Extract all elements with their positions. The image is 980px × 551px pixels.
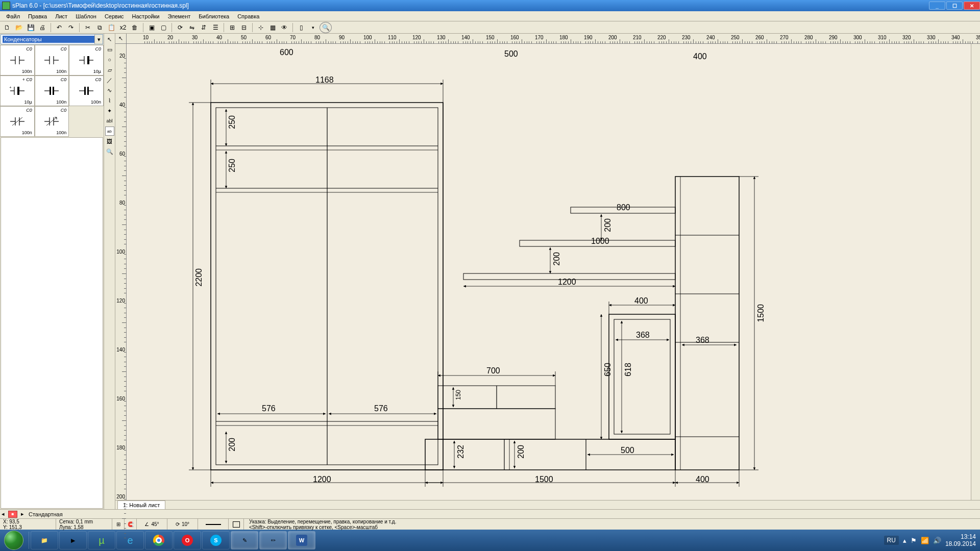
tray-language[interactable]: RU bbox=[884, 536, 899, 545]
menu-settings[interactable]: Настройки bbox=[128, 12, 164, 20]
image-tool[interactable]: 🖼 bbox=[105, 137, 114, 146]
magnet-button[interactable]: 🧲 bbox=[125, 519, 137, 530]
ruler-corner[interactable]: ↖ bbox=[115, 34, 127, 44]
duplicate-button[interactable]: x2 bbox=[118, 22, 128, 33]
taskbar-chrome[interactable] bbox=[145, 531, 173, 549]
menu-help[interactable]: Справка bbox=[233, 12, 263, 20]
sheet-tab[interactable]: 1: Новый лист bbox=[117, 500, 165, 510]
maximize-button[interactable]: ☐ bbox=[946, 2, 963, 10]
tray-volume-icon[interactable]: 🔊 bbox=[933, 537, 941, 544]
menu-file[interactable]: Файл bbox=[2, 12, 24, 20]
search-button[interactable]: 👁 bbox=[279, 22, 289, 33]
window-title: sPlan 6.0 - [c:\users\Тимофей\desktop\го… bbox=[12, 2, 189, 9]
component-list[interactable] bbox=[1, 137, 103, 509]
mirror-v-button[interactable]: ⇵ bbox=[199, 22, 209, 33]
polyline-tool[interactable]: ⌇ bbox=[105, 96, 114, 105]
menu-service[interactable]: Сервис bbox=[101, 12, 128, 20]
paste-button[interactable]: 📋 bbox=[106, 22, 116, 33]
bezier-tool[interactable]: ∿ bbox=[105, 86, 114, 95]
next-page-button[interactable]: ▸ bbox=[19, 511, 26, 517]
component-cell[interactable]: C010µ bbox=[69, 45, 104, 76]
taskbar-wmp[interactable]: ▶ bbox=[59, 531, 87, 549]
rotate-button[interactable]: ⟳ bbox=[175, 22, 185, 33]
component-cell[interactable]: C0100n bbox=[0, 45, 35, 76]
tray-network-icon[interactable]: 📶 bbox=[921, 537, 929, 544]
taskbar-skype[interactable]: S bbox=[202, 531, 230, 549]
print-button[interactable]: 🖨 bbox=[37, 22, 47, 33]
menu-library[interactable]: Библиотека bbox=[194, 12, 233, 20]
rect-tool[interactable]: ▭ bbox=[105, 45, 114, 54]
svg-rect-23 bbox=[87, 87, 89, 95]
page-bar: ◂ ■ ▸ Стандартная bbox=[0, 509, 980, 518]
fill-picker[interactable] bbox=[229, 519, 244, 530]
align-button[interactable]: ☰ bbox=[210, 22, 220, 33]
canvas-area: ↖ 10203040506070809010011012013014015016… bbox=[115, 34, 980, 509]
scrollbar-vertical[interactable] bbox=[971, 44, 980, 500]
component-cell[interactable]: C0100n bbox=[35, 106, 69, 137]
component-cell[interactable]: C0100n bbox=[0, 106, 35, 137]
taskbar-opera[interactable]: O bbox=[174, 531, 201, 549]
component-cell[interactable]: C0100n bbox=[35, 45, 69, 76]
textbox-tool[interactable]: ab bbox=[105, 127, 114, 136]
dim-label: 618 bbox=[624, 363, 633, 377]
prev-page-button[interactable]: ◂ bbox=[0, 511, 6, 517]
minimize-button[interactable]: _ bbox=[929, 2, 945, 10]
taskbar-explorer[interactable]: 📁 bbox=[31, 531, 58, 549]
menu-sheet[interactable]: Лист bbox=[51, 12, 71, 20]
circle-tool[interactable]: ○ bbox=[105, 55, 114, 64]
snap-grid-button[interactable]: ⊞ bbox=[112, 519, 125, 530]
linestyle-picker[interactable] bbox=[198, 519, 229, 530]
tray-flag-icon[interactable]: ⚑ bbox=[911, 537, 917, 544]
save-button[interactable]: 💾 bbox=[26, 22, 36, 33]
tray-clock[interactable]: 13:14 18.09.2014 bbox=[945, 533, 976, 547]
component-cell[interactable]: C0100n bbox=[35, 76, 69, 106]
grid-button[interactable]: ▦ bbox=[267, 22, 278, 33]
zoom-tool[interactable]: 🔍 bbox=[105, 147, 114, 156]
taskbar-splan[interactable]: ✎ bbox=[231, 531, 258, 549]
ungroup-button[interactable]: ⊟ bbox=[239, 22, 249, 33]
menu-template[interactable]: Шаблон bbox=[71, 12, 101, 20]
group-button[interactable]: ⊞ bbox=[227, 22, 237, 33]
start-button[interactable] bbox=[0, 530, 28, 551]
dim-label: 1168 bbox=[315, 76, 334, 85]
menu-edit[interactable]: Правка bbox=[24, 12, 51, 20]
svg-rect-86 bbox=[438, 409, 555, 439]
undo-button[interactable]: ↶ bbox=[54, 22, 64, 33]
tray-show-hidden-icon[interactable]: ▴ bbox=[903, 537, 906, 544]
svg-rect-58 bbox=[675, 177, 739, 470]
taskbar-app2[interactable]: ✏ bbox=[259, 531, 287, 549]
new-button[interactable]: 🗋 bbox=[2, 22, 12, 33]
angle-10[interactable]: ⟳ 10° bbox=[167, 519, 198, 530]
back-button[interactable]: ▢ bbox=[158, 22, 168, 33]
node-tool[interactable]: ✦ bbox=[105, 106, 114, 115]
menu-element[interactable]: Элемент bbox=[163, 12, 194, 20]
poly-tool[interactable]: ▱ bbox=[105, 65, 114, 74]
text-tool[interactable]: abl bbox=[105, 116, 114, 126]
component-cell[interactable]: C0100n bbox=[69, 76, 104, 106]
redo-button[interactable]: ↷ bbox=[66, 22, 76, 33]
dim-label: 2200 bbox=[194, 268, 204, 287]
taskbar-ie[interactable]: e bbox=[116, 531, 144, 549]
angle-45[interactable]: ∠ 45° bbox=[137, 519, 167, 530]
front-button[interactable]: ▣ bbox=[146, 22, 157, 33]
drawing-canvas[interactable]: 600 500 400 bbox=[127, 44, 971, 500]
category-combo[interactable]: Конденсаторы ▾ bbox=[1, 34, 103, 44]
page-indicator[interactable]: ■ bbox=[8, 511, 17, 518]
zoom-button[interactable]: 🔍 bbox=[320, 22, 332, 33]
delete-button[interactable]: 🗑 bbox=[130, 22, 140, 33]
mirror-h-button[interactable]: ⇋ bbox=[187, 22, 197, 33]
open-button[interactable]: 📂 bbox=[14, 22, 24, 33]
page-button[interactable]: ▯ bbox=[296, 22, 306, 33]
component-cell[interactable]: + C0+10µ bbox=[0, 76, 35, 106]
dim-label: 1200 bbox=[313, 475, 331, 484]
select-tool[interactable]: ↖ bbox=[105, 35, 114, 44]
line-tool[interactable]: ／ bbox=[105, 76, 114, 85]
taskbar-word[interactable]: W bbox=[288, 531, 315, 549]
cut-button[interactable]: ✂ bbox=[83, 22, 93, 33]
snap-button[interactable]: ⊹ bbox=[256, 22, 266, 33]
close-button[interactable]: ✕ bbox=[964, 2, 980, 10]
copy-button[interactable]: ⧉ bbox=[94, 22, 105, 33]
dim-label: 200 bbox=[228, 438, 237, 452]
page-drop-button[interactable]: ▾ bbox=[308, 22, 318, 33]
taskbar-utorrent[interactable]: µ bbox=[88, 531, 115, 549]
